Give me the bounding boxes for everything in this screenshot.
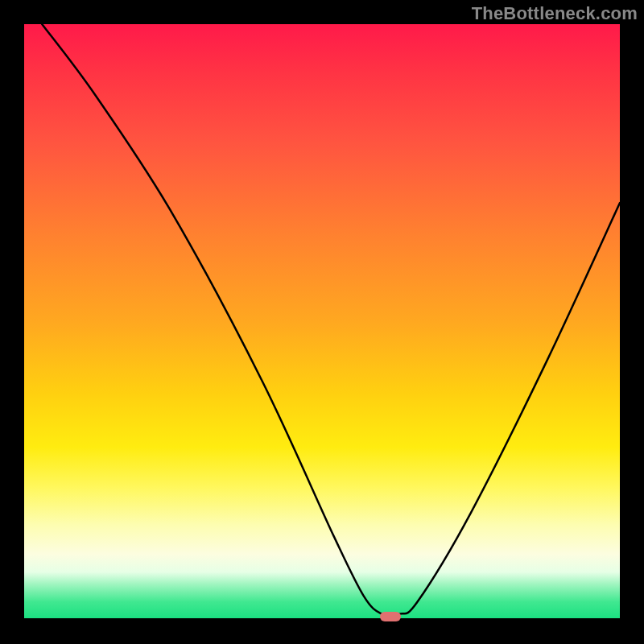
bottleneck-curve xyxy=(24,24,620,620)
optimal-marker xyxy=(380,612,401,621)
watermark-text: TheBottleneck.com xyxy=(472,3,638,24)
plot-area xyxy=(24,24,620,620)
